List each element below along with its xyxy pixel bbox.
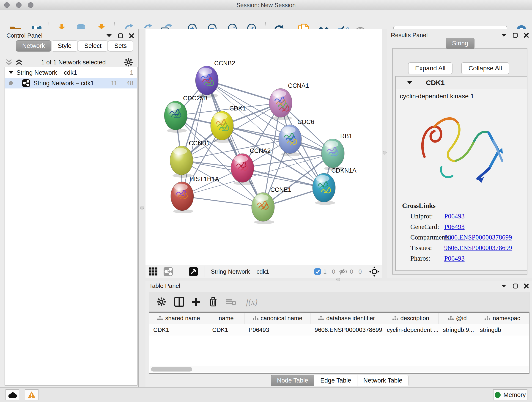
table-cell[interactable]: CDK1 — [208, 324, 244, 336]
network-selection-bar: 1 of 1 Network selected — [0, 57, 138, 67]
column-header--id[interactable]: @id — [439, 313, 476, 324]
panel-close-icon[interactable] — [524, 33, 529, 38]
column-header-namespac[interactable]: namespac — [476, 313, 529, 324]
panel-close-icon[interactable] — [129, 33, 134, 38]
crosslink-link[interactable]: P06493 — [444, 223, 465, 230]
columns-icon — [174, 297, 184, 307]
show-columns-button[interactable] — [173, 296, 185, 308]
crosslink-link[interactable]: 9606.ENSP00000378699 — [444, 244, 512, 252]
table-options-button[interactable] — [155, 296, 167, 308]
results-panel-title: Results Panel — [391, 32, 428, 39]
network-edge-CCNB2-CCNE1[interactable] — [207, 80, 263, 207]
column-type-icon — [318, 316, 324, 321]
table-cell[interactable]: stringdb — [476, 324, 529, 336]
table-cell[interactable]: CDK1 — [149, 324, 208, 336]
delete-column-button[interactable] — [207, 296, 219, 308]
tab-string[interactable]: String — [446, 38, 475, 49]
table-row[interactable]: CDK1CDK1P064939606.ENSP00000378699cyclin… — [149, 324, 529, 336]
network-collection-row[interactable]: String Network – cdk1 1 — [5, 67, 137, 78]
panel-menu-icon[interactable] — [501, 284, 507, 288]
scrollbar-thumb[interactable] — [151, 367, 192, 371]
tree-expand-icon[interactable] — [9, 71, 13, 74]
crosslink-link[interactable]: P06493 — [444, 255, 465, 262]
gear-icon[interactable] — [124, 58, 133, 66]
network-node-CDC6[interactable]: CDC6 — [279, 119, 314, 156]
node-label: CCNA2 — [250, 147, 271, 154]
node-table: shared namenamecanonical namedatabase id… — [149, 312, 530, 374]
panel-menu-icon[interactable] — [501, 33, 507, 37]
network-node-CDKN1A[interactable]: CDKN1A — [312, 167, 356, 205]
tab-edge-table[interactable]: Edge Table — [314, 375, 357, 386]
tab-select[interactable]: Select — [78, 40, 108, 51]
panel-float-icon[interactable] — [513, 283, 518, 288]
crosslinks-list: Uniprot:P06493GeneCard:P06493Compartment… — [396, 211, 527, 264]
tab-network[interactable]: Network — [16, 40, 51, 51]
network-node-HIST1H1A[interactable]: HIST1H1A — [171, 176, 219, 213]
hidden-eye-icon — [339, 268, 348, 275]
left-splitter[interactable] — [139, 29, 146, 387]
column-header-canonical-name[interactable]: canonical name — [244, 313, 310, 324]
crosslink-row: GeneCard:P06493 — [396, 221, 527, 232]
birdseye-toggle-button[interactable] — [149, 267, 158, 277]
window-close-button[interactable] — [4, 2, 10, 8]
collapse-all-button[interactable]: Collapse All — [461, 62, 509, 74]
splitter-handle[interactable] — [336, 278, 340, 281]
expand-all-button[interactable]: Expand All — [408, 62, 452, 74]
memory-label: Memory — [503, 391, 526, 399]
table-panel-tabs: Node TableEdge TableNetwork Table — [271, 375, 409, 386]
toolbar-separator — [205, 266, 205, 277]
network-edge-HIST1H1A-CCNE1[interactable] — [182, 196, 263, 207]
splitter-handle[interactable] — [383, 151, 386, 154]
network-overview-button[interactable] — [163, 267, 173, 277]
crosslink-row: Tissues:9606.ENSP00000378699 — [396, 242, 527, 253]
network-node-CCNB2[interactable]: CCNB2 — [196, 60, 235, 98]
collapse-all-icon[interactable] — [6, 59, 12, 65]
panel-float-icon[interactable] — [118, 33, 123, 38]
table-cell[interactable]: cyclin-dependent ... — [383, 324, 439, 336]
delete-table-button[interactable] — [225, 296, 237, 308]
add-column-button[interactable] — [190, 296, 202, 308]
splitter-handle[interactable] — [140, 206, 144, 210]
crosslink-link[interactable]: 9606.ENSP00000378699 — [444, 234, 512, 241]
horizontal-splitter[interactable] — [146, 278, 532, 281]
panel-float-icon[interactable] — [513, 33, 518, 38]
crosslink-link[interactable]: P06493 — [444, 212, 465, 220]
window-minimize-button[interactable] — [16, 2, 22, 8]
node-label: CCNE1 — [270, 186, 291, 193]
column-header-database-identifier[interactable]: database identifier — [310, 313, 383, 324]
column-header-description[interactable]: description — [383, 313, 439, 324]
export-view-button[interactable] — [189, 267, 198, 277]
cloud-button[interactable] — [6, 389, 19, 400]
table-cell[interactable]: 9606.ENSP00000378699 — [310, 324, 383, 336]
network-view-toolbar: String Network – cdk1 1 - 0 0 - 0 — [146, 265, 382, 278]
collapse-section-icon[interactable] — [407, 81, 412, 85]
function-builder-button[interactable]: f(x) — [241, 296, 262, 308]
network-node-CDC25B[interactable]: CDC25B — [164, 95, 208, 133]
table-cell[interactable]: P06493 — [244, 324, 310, 336]
memory-button[interactable]: Memory — [493, 389, 527, 400]
column-header-name[interactable]: name — [208, 313, 244, 324]
trash-icon — [209, 297, 217, 307]
tab-sets[interactable]: Sets — [108, 40, 133, 51]
protein-card-header[interactable]: CDK1 — [396, 77, 527, 89]
panel-close-icon[interactable] — [524, 283, 529, 288]
column-header-shared-name[interactable]: shared name — [149, 313, 208, 324]
fit-content-button[interactable] — [369, 267, 380, 277]
table-h-scrollbar[interactable] — [150, 366, 529, 372]
expand-all-icon[interactable] — [16, 59, 22, 65]
network-row[interactable]: String Network – cdk1 11 48 — [5, 78, 137, 89]
network-canvas[interactable]: CCNB2CCNA1CDC25BCDK1CDC6RB1CCNB1CCNA2CDK… — [146, 29, 382, 265]
panel-menu-icon[interactable] — [106, 34, 112, 38]
window-zoom-button[interactable] — [28, 2, 33, 8]
network-node-RB1[interactable]: RB1 — [322, 133, 352, 171]
tab-network-table[interactable]: Network Table — [357, 375, 409, 386]
warnings-button[interactable] — [25, 389, 38, 400]
tab-node-table[interactable]: Node Table — [271, 375, 314, 386]
plus-icon — [191, 297, 201, 306]
tab-style[interactable]: Style — [51, 40, 78, 51]
column-label: shared name — [165, 315, 200, 322]
network-node-CCNE1[interactable]: CCNE1 — [252, 186, 291, 224]
network-node-CCNA1[interactable]: CCNA1 — [269, 82, 309, 120]
right-splitter[interactable] — [382, 29, 387, 278]
table-cell[interactable]: stringdb:9... — [439, 324, 476, 336]
